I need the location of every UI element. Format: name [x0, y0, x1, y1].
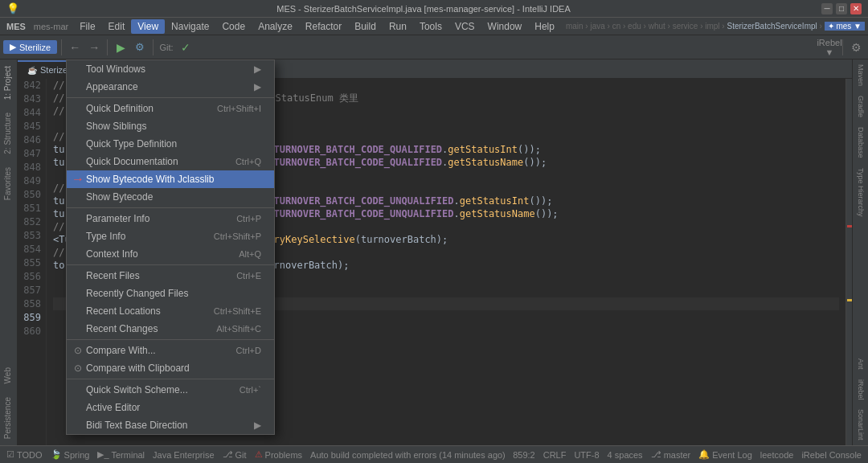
toolbar-settings-btn[interactable]: ⚙ [847, 39, 865, 56]
line-num: 848 [23, 161, 41, 174]
dropdown-recent-files[interactable]: Recent Files Ctrl+E [67, 267, 274, 285]
menu-view[interactable]: View [131, 19, 165, 34]
dropdown-context-info[interactable]: Context Info Alt+Q [67, 245, 274, 263]
tab-icon: ☕ [27, 66, 37, 75]
toolbar-irebel-btn[interactable]: iRebel ▼ [821, 39, 838, 56]
dropdown-recent-changes[interactable]: Recent Changes Alt+Shift+C [67, 320, 274, 338]
dropdown-show-siblings[interactable]: Show Siblings [67, 117, 274, 135]
dropdown-quick-switch[interactable]: Quick Switch Scheme... Ctrl+` [67, 381, 274, 399]
line-num: 855 [23, 256, 41, 270]
dropdown-quick-definition[interactable]: Quick Definition Ctrl+Shift+I [67, 100, 274, 117]
branch-icon: ⎇ [651, 449, 661, 460]
editor-area: ☕ SterizerBatchServiceImpl.java Tool Win… [18, 59, 852, 445]
terminal-panel-btn[interactable]: ▶_ Terminal [97, 449, 145, 460]
irebel-console-btn[interactable]: iRebel Console [801, 450, 862, 460]
toolbar: ▶ Sterilize ← → ▶ ⚙ Git: ✓ iRebel ▼ ⚙ [0, 35, 868, 59]
dropdown-bidi-text[interactable]: Bidi Text Base Direction ▶ [67, 416, 274, 434]
close-btn[interactable]: ✕ [850, 3, 862, 14]
line-ending[interactable]: CRLF [543, 450, 567, 460]
menu-run[interactable]: Run [383, 19, 413, 34]
line-num: 850 [23, 188, 41, 202]
menu-edit[interactable]: Edit [102, 19, 132, 34]
toolbar-git-btn[interactable]: Git: [158, 39, 175, 56]
dropdown-type-info[interactable]: Type Info Ctrl+Shift+P [67, 227, 274, 245]
menu-refactor[interactable]: Refactor [299, 19, 348, 34]
panel-ant[interactable]: Ant [855, 354, 866, 375]
left-panels: 1: Project 2: Structure Favorites Web Pe… [0, 59, 18, 445]
cursor-position[interactable]: 859:2 [513, 450, 535, 460]
minimize-btn[interactable]: ─ [821, 3, 833, 14]
panel-project[interactable]: 1: Project [0, 59, 17, 106]
titlebar-title: MES - SterizerBatchServiceImpl.java [mes… [26, 4, 821, 14]
line-num: 843 [23, 92, 41, 106]
dropdown-tool-windows[interactable]: Tool Windows ▶ [67, 60, 274, 78]
app-icon: 💡 [6, 2, 19, 14]
panel-database[interactable]: Database [855, 122, 866, 163]
panel-structure[interactable]: 2: Structure [0, 106, 17, 161]
dropdown-compare-clipboard[interactable]: ⊙ Compare with Clipboard [67, 359, 274, 377]
event-log-btn[interactable]: 🔔 Event Log [698, 449, 752, 460]
menu-help[interactable]: Help [528, 19, 561, 34]
git-branch[interactable]: ⎇ master [651, 449, 691, 460]
java-enterprise-btn[interactable]: Java Enterprise [153, 450, 214, 460]
menu-build[interactable]: Build [348, 19, 383, 34]
leetcode-btn[interactable]: leetcode [760, 450, 794, 460]
maximize-btn[interactable]: □ [836, 3, 847, 14]
menu-window[interactable]: Window [481, 19, 529, 34]
line-num: 849 [23, 174, 41, 188]
titlebar: 💡 MES - SterizerBatchServiceImpl.java [m… [0, 0, 868, 18]
dropdown-show-bytecode-jclasslib[interactable]: → Show Bytecode With Jclasslib [67, 170, 274, 188]
menu-analyze[interactable]: Analyze [252, 19, 299, 34]
dropdown-recent-locations[interactable]: Recent Locations Ctrl+Shift+E [67, 302, 274, 320]
line-num: 858 [23, 297, 41, 311]
gutter-error-mark [847, 225, 852, 227]
line-num: 860 [23, 325, 41, 338]
dropdown-recently-changed[interactable]: Recently Changed Files [67, 285, 274, 302]
panel-maven[interactable]: Maven [855, 59, 866, 91]
panel-irebel-side[interactable]: iRebel [855, 375, 866, 405]
dropdown-active-editor[interactable]: Active Editor [67, 399, 274, 416]
checkbox-icon: ☑ [6, 449, 14, 460]
panel-web[interactable]: Web [0, 361, 17, 390]
spring-icon: 🍃 [51, 449, 62, 460]
panel-type-hierarchy[interactable]: Type Hierarchy [855, 163, 866, 222]
menu-tools[interactable]: Tools [413, 19, 448, 34]
dropdown-show-bytecode[interactable]: Show Bytecode [67, 188, 274, 206]
toolbar-forward-btn[interactable]: → [85, 39, 103, 56]
git-icon: ⎇ [223, 449, 233, 460]
line-num: 844 [23, 106, 41, 120]
menu-code[interactable]: Code [215, 19, 252, 34]
panel-favorites[interactable]: Favorites [0, 161, 17, 207]
panel-gradle[interactable]: Gradle [855, 91, 866, 122]
line-num: 847 [23, 147, 41, 161]
panel-persistence[interactable]: Persistence [0, 391, 17, 445]
panel-sonarlint[interactable]: SonarLint [855, 404, 866, 445]
spring-panel-btn[interactable]: 🍃 Spring [51, 449, 90, 460]
toolbar-back-btn[interactable]: ← [66, 39, 84, 56]
todo-panel-btn[interactable]: ☑ TODO [6, 449, 43, 460]
menu-navigate[interactable]: Navigate [165, 19, 215, 34]
toolbar-run-btn[interactable]: ▶ [112, 39, 129, 56]
line-num: 854 [23, 243, 41, 256]
toolbar-debug-btn[interactable]: ⚙ [131, 39, 149, 56]
terminal-icon: ▶_ [97, 449, 108, 460]
line-num: 842 [23, 79, 41, 92]
toolbar-check-btn[interactable]: ✓ [177, 39, 194, 56]
menu-vcs[interactable]: VCS [448, 19, 481, 34]
problems-btn[interactable]: ⚠ Problems [255, 449, 302, 460]
dropdown-quick-doc[interactable]: Quick Documentation Ctrl+Q [67, 153, 274, 170]
dropdown-appearance[interactable]: Appearance ▶ [67, 78, 274, 96]
project-sterilize[interactable]: ▶ Sterilize [3, 40, 57, 54]
menu-file[interactable]: File [73, 19, 101, 34]
line-num: 859 [23, 311, 41, 325]
line-numbers: 842 843 844 845 846 847 848 849 850 851 … [18, 79, 47, 445]
submenu-arrow: ▶ [254, 420, 261, 431]
git-panel-btn[interactable]: ⎇ Git [223, 449, 247, 460]
dropdown-quick-type-def[interactable]: Quick Type Definition [67, 135, 274, 153]
dropdown-compare-with[interactable]: ⊙ Compare With... Ctrl+D [67, 342, 274, 359]
dropdown-parameter-info[interactable]: Parameter Info Ctrl+P [67, 210, 274, 227]
encoding[interactable]: UTF-8 [574, 450, 599, 460]
indent-settings[interactable]: 4 spaces [608, 450, 643, 460]
scroll-gutter[interactable] [845, 79, 852, 445]
gutter-warning-mark [847, 299, 852, 301]
